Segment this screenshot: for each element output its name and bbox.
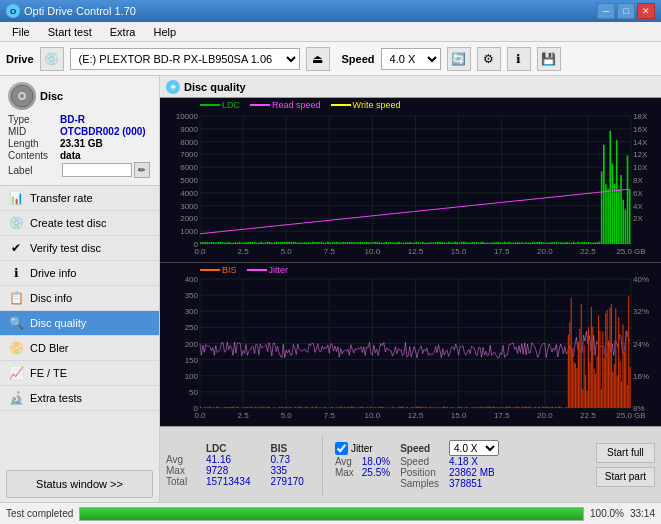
drive-select[interactable]: (E:) PLEXTOR BD-R PX-LB950SA 1.06 (70, 48, 300, 70)
legend-read-speed: Read speed (250, 100, 321, 110)
menu-extra[interactable]: Extra (102, 24, 144, 40)
minimize-button[interactable]: ─ (597, 3, 615, 19)
total-ldc: 15713434 (196, 476, 261, 487)
disc-icon (8, 82, 36, 110)
sidebar-item-extra-tests[interactable]: 🔬 Extra tests (0, 386, 159, 411)
avg-bis: 0.73 (261, 454, 314, 465)
cd-bler-icon: 📀 (8, 340, 24, 356)
sidebar-item-label: CD Bler (30, 342, 69, 354)
disc-label-input[interactable] (62, 163, 132, 177)
eject-button[interactable]: ⏏ (306, 47, 330, 71)
sidebar-item-fe-te[interactable]: 📈 FE / TE (0, 361, 159, 386)
sidebar-item-cd-bler[interactable]: 📀 CD Bler (0, 336, 159, 361)
disc-section-title: Disc (40, 90, 63, 102)
speed-dropdown[interactable]: 4.0 X (449, 440, 499, 456)
sidebar: Disc Type BD-R MID OTCBDR002 (000) Lengt… (0, 76, 160, 502)
save-button[interactable]: 💾 (537, 47, 561, 71)
sidebar-item-drive-info[interactable]: ℹ Drive info (0, 261, 159, 286)
disc-info-panel: Disc Type BD-R MID OTCBDR002 (000) Lengt… (0, 76, 159, 186)
sidebar-item-label: Drive info (30, 267, 76, 279)
sidebar-item-verify-test-disc[interactable]: ✔ Verify test disc (0, 236, 159, 261)
disc-quality-title: Disc quality (184, 81, 246, 93)
disc-label-row: Label ✏ (8, 162, 151, 178)
legend-ldc: LDC (200, 100, 240, 110)
speed-value-label: Speed (394, 456, 445, 467)
sidebar-item-label: Disc info (30, 292, 72, 304)
start-full-button[interactable]: Start full (596, 443, 655, 463)
app-title: Opti Drive Control 1.70 (24, 5, 136, 17)
progress-bar (79, 507, 584, 521)
drive-label: Drive (6, 53, 34, 65)
drive-icon-btn[interactable]: 💿 (40, 47, 64, 71)
sidebar-item-label: Extra tests (30, 392, 82, 404)
stats-divider-1 (322, 435, 323, 495)
menu-start-test[interactable]: Start test (40, 24, 100, 40)
charts-area: LDC Read speed Write speed (160, 98, 661, 426)
sidebar-item-disc-quality[interactable]: 🔍 Disc quality (0, 311, 159, 336)
bis-header: BIS (261, 443, 314, 454)
menu-help[interactable]: Help (145, 24, 184, 40)
drive-info-icon: ℹ (8, 265, 24, 281)
settings-button[interactable]: ⚙ (477, 47, 501, 71)
status-window-button[interactable]: Status window >> (6, 470, 153, 498)
info-button[interactable]: ℹ (507, 47, 531, 71)
extra-tests-icon: 🔬 (8, 390, 24, 406)
disc-mid-value: OTCBDR002 (000) (60, 126, 146, 137)
disc-mid-label: MID (8, 126, 60, 137)
jitter-speed-table: Jitter Speed 4.0 X Avg 18.0% Speed 4.18 … (331, 440, 503, 489)
elapsed-time: 33:14 (630, 508, 655, 519)
sidebar-item-create-test-disc[interactable]: 💿 Create test disc (0, 211, 159, 236)
speed-header: Speed (394, 440, 445, 456)
disc-info-icon: 📋 (8, 290, 24, 306)
position-label: Position (394, 467, 445, 478)
sidebar-item-transfer-rate[interactable]: 📊 Transfer rate (0, 186, 159, 211)
samples-value: 378851 (445, 478, 503, 489)
total-label: Total (166, 476, 196, 487)
close-button[interactable]: ✕ (637, 3, 655, 19)
ldc-header: LDC (196, 443, 261, 454)
stats-area: LDC BIS Avg 41.16 0.73 Max 9728 335 Tota… (160, 426, 661, 502)
disc-length-row: Length 23.31 GB (8, 138, 151, 149)
transfer-rate-icon: 📊 (8, 190, 24, 206)
top-chart: LDC Read speed Write speed (160, 98, 661, 263)
window-controls: ─ □ ✕ (597, 3, 655, 19)
disc-quality-panel-icon: ◈ (166, 80, 180, 94)
progress-fill (80, 508, 583, 520)
top-chart-legend: LDC Read speed Write speed (200, 100, 400, 110)
avg-ldc: 41.16 (196, 454, 261, 465)
jitter-avg-value: 18.0% (358, 456, 394, 467)
sidebar-item-label: Create test disc (30, 217, 106, 229)
label-edit-button[interactable]: ✏ (134, 162, 150, 178)
jitter-max-label: Max (331, 467, 358, 478)
disc-type-value: BD-R (60, 114, 85, 125)
disc-type-label: Type (8, 114, 60, 125)
refresh-button[interactable]: 🔄 (447, 47, 471, 71)
disc-quality-header: ◈ Disc quality (160, 76, 661, 98)
svg-point-2 (20, 94, 24, 98)
toolbar: Drive 💿 (E:) PLEXTOR BD-R PX-LB950SA 1.0… (0, 42, 661, 76)
disc-mid-row: MID OTCBDR002 (000) (8, 126, 151, 137)
disc-contents-row: Contents data (8, 150, 151, 161)
jitter-checkbox-label[interactable]: Jitter (335, 442, 390, 455)
sidebar-item-label: Verify test disc (30, 242, 101, 254)
main-area: Disc Type BD-R MID OTCBDR002 (000) Lengt… (0, 76, 661, 502)
disc-label-label: Label (8, 165, 60, 176)
legend-jitter: Jitter (247, 265, 289, 275)
maximize-button[interactable]: □ (617, 3, 635, 19)
menu-file[interactable]: File (4, 24, 38, 40)
sidebar-item-label: Transfer rate (30, 192, 93, 204)
disc-length-value: 23.31 GB (60, 138, 103, 149)
jitter-checkbox[interactable] (335, 442, 348, 455)
legend-write-speed: Write speed (331, 100, 401, 110)
verify-test-disc-icon: ✔ (8, 240, 24, 256)
jitter-max-value: 25.5% (358, 467, 394, 478)
sidebar-item-disc-info[interactable]: 📋 Disc info (0, 286, 159, 311)
speed-value: 4.18 X (445, 456, 503, 467)
start-part-button[interactable]: Start part (596, 467, 655, 487)
speed-select[interactable]: 4.0 X (381, 48, 441, 70)
status-bar: Test completed 100.0% 33:14 (0, 502, 661, 524)
top-chart-canvas (160, 98, 661, 262)
title-bar: O Opti Drive Control 1.70 ─ □ ✕ (0, 0, 661, 22)
max-label: Max (166, 465, 196, 476)
status-text: Test completed (6, 508, 73, 519)
